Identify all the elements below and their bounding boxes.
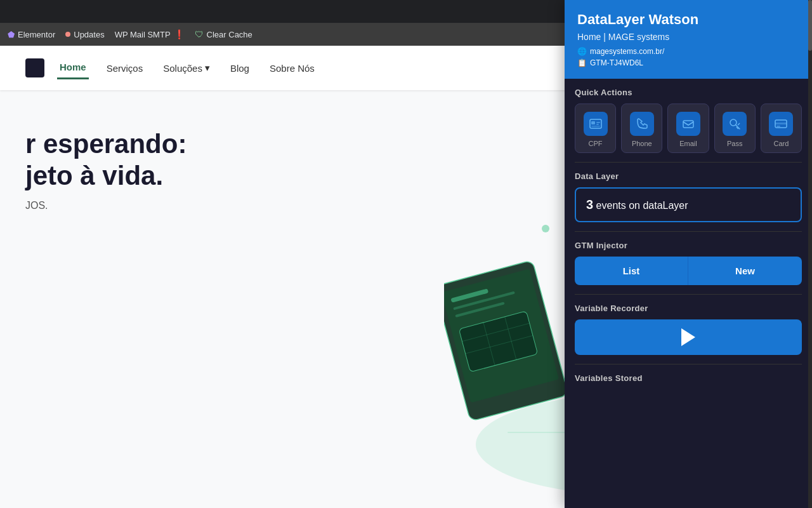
wp-mail-toolbar-item[interactable]: WP Mail SMTP ❗ xyxy=(115,29,185,39)
wp-mail-warning-icon: ❗ xyxy=(174,29,185,39)
clear-cache-toolbar-item[interactable]: 🛡 Clear Cache xyxy=(195,29,252,39)
email-label: Email xyxy=(679,140,697,147)
shield-icon: 🛡 xyxy=(195,29,204,39)
variable-record-button[interactable] xyxy=(575,319,802,355)
pass-label: Pass xyxy=(727,140,742,147)
svg-point-38 xyxy=(542,225,549,232)
clear-cache-label: Clear Cache xyxy=(207,30,252,39)
action-cpf[interactable]: CPF xyxy=(575,104,616,153)
pass-icon xyxy=(723,112,747,136)
svg-rect-43 xyxy=(591,121,595,124)
panel-header: DataLayer Watson Home | MAGE systems 🌐 m… xyxy=(565,0,812,79)
panel-gtm-id: GTM-TJ4WD6L xyxy=(590,58,643,67)
phone-label: Phone xyxy=(632,140,652,147)
data-layer-title: Data Layer xyxy=(575,163,802,187)
gtm-buttons: List New xyxy=(575,257,802,285)
nav-blog[interactable]: Blog xyxy=(228,58,252,79)
gtm-list-button[interactable]: List xyxy=(575,257,688,285)
gtm-injector-section: GTM Injector List New xyxy=(575,232,802,295)
elementor-icon: ⬟ xyxy=(8,30,15,39)
gtm-injector-title: GTM Injector xyxy=(575,232,802,257)
svg-rect-46 xyxy=(591,126,600,127)
email-icon xyxy=(676,112,700,136)
updates-toolbar-item[interactable]: Updates xyxy=(65,30,104,39)
panel-body: Quick Actions CPF xyxy=(565,79,812,398)
svg-rect-52 xyxy=(775,123,787,124)
svg-rect-44 xyxy=(596,122,600,123)
wp-mail-label: WP Mail SMTP xyxy=(115,30,171,39)
cpf-icon xyxy=(584,112,608,136)
updates-label: Updates xyxy=(74,30,104,39)
card-icon xyxy=(769,112,793,136)
updates-dot xyxy=(65,32,70,37)
tag-icon: 📋 xyxy=(577,58,587,67)
phone-icon xyxy=(630,112,654,136)
nav-solucoes[interactable]: Soluções ▾ xyxy=(160,57,213,79)
panel-url[interactable]: 🌐 magesystems.com.br/ xyxy=(577,47,799,56)
chevron-down-icon: ▾ xyxy=(205,62,210,74)
datalayer-watson-panel: DataLayer Watson Home | MAGE systems 🌐 m… xyxy=(565,0,812,508)
nav-links: Home Serviços Soluções ▾ Blog Sobre Nós xyxy=(57,57,317,79)
svg-rect-53 xyxy=(776,126,780,127)
hero-heading: r esperando: jeto à vida. xyxy=(25,128,343,192)
nav-logo xyxy=(25,58,44,77)
variable-recorder-section: Variable Recorder xyxy=(575,295,802,364)
panel-gtm: 📋 GTM-TJ4WD6L xyxy=(577,58,799,67)
panel-subtitle: Home | MAGE systems xyxy=(577,32,799,42)
nav-sobre-nos[interactable]: Sobre Nós xyxy=(267,58,317,79)
scroll-indicator[interactable] xyxy=(808,0,812,508)
action-email[interactable]: Email xyxy=(667,104,709,153)
scroll-thumb xyxy=(808,0,812,51)
nav-home[interactable]: Home xyxy=(57,57,89,79)
nav-servicos[interactable]: Serviços xyxy=(104,58,146,79)
quick-actions-title: Quick Actions xyxy=(575,79,802,104)
elementor-label: Elementor xyxy=(18,30,55,39)
action-card[interactable]: Card xyxy=(761,104,802,153)
gtm-new-button[interactable]: New xyxy=(688,257,802,285)
svg-line-49 xyxy=(738,123,740,125)
variables-stored-title: Variables Stored xyxy=(575,364,802,389)
play-icon xyxy=(681,328,695,346)
action-pass[interactable]: Pass xyxy=(714,104,756,153)
variables-stored-section: Variables Stored xyxy=(575,364,802,398)
action-phone[interactable]: Phone xyxy=(621,104,662,153)
svg-rect-45 xyxy=(596,124,599,125)
globe-icon: 🌐 xyxy=(577,47,587,56)
data-layer-button[interactable]: 3 events on dataLayer xyxy=(575,187,802,222)
card-label: Card xyxy=(773,140,789,147)
elementor-toolbar-item[interactable]: ⬟ Elementor xyxy=(8,30,55,39)
cpf-label: CPF xyxy=(589,140,603,147)
data-layer-section: Data Layer 3 events on dataLayer xyxy=(575,163,802,232)
quick-actions-grid: CPF Phone Email xyxy=(575,104,802,163)
panel-url-text: magesystems.com.br/ xyxy=(590,47,664,56)
variable-recorder-title: Variable Recorder xyxy=(575,295,802,319)
panel-title: DataLayer Watson xyxy=(577,11,799,28)
svg-rect-47 xyxy=(683,121,693,128)
